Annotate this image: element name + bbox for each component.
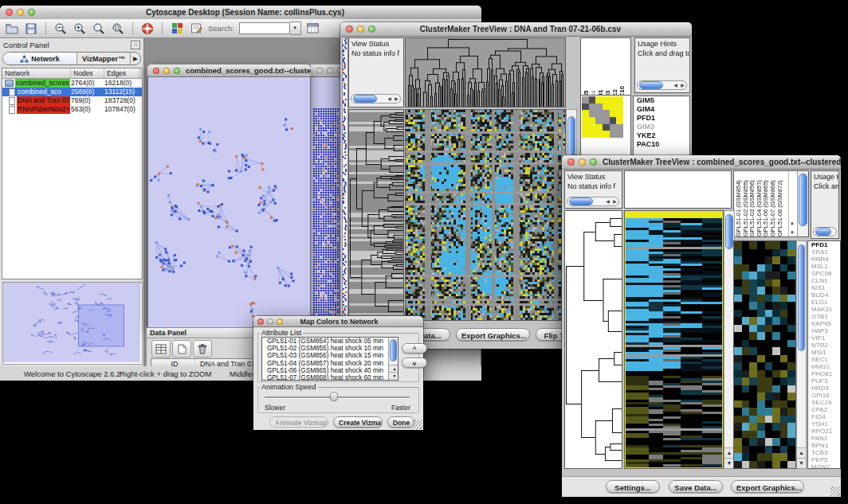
network-row[interactable]: DNA and Tran 07 769(0) 183728(0) (2, 96, 142, 105)
zoom-selected-button[interactable] (111, 21, 125, 36)
network-overview-canvas[interactable] (3, 283, 140, 362)
treeview2-titlebar[interactable]: ClusterMaker TreeView : combined_scores_… (562, 155, 841, 170)
spin-down-icon[interactable]: ▼ (790, 230, 795, 235)
tab-vizmapper[interactable]: VizMapper™ (77, 53, 131, 64)
spin-up-icon[interactable]: ▲ (790, 221, 795, 225)
scroll-thumb[interactable] (815, 228, 831, 236)
col-id[interactable]: ID (151, 359, 195, 366)
attribute-item[interactable]: GPL51-04 (GSM857) heat shock 20 min (265, 360, 391, 367)
similarity-matrix-canvas[interactable] (582, 96, 623, 138)
gene-list-item[interactable]: TCB3 (810, 449, 840, 456)
scroll-right-icon[interactable]: ▶ (393, 96, 400, 103)
gene-list-item[interactable]: PFD1 (810, 241, 840, 248)
scroll-down-icon[interactable]: ▼ (797, 458, 806, 468)
zoom-matrix-canvas[interactable] (734, 241, 795, 468)
col-network[interactable]: Network (2, 68, 71, 78)
settings-button[interactable]: Settings... (606, 480, 660, 493)
usage-hints-hscrollbar[interactable]: ◀ ▶ (637, 80, 687, 90)
scroll-thumb[interactable] (799, 174, 807, 226)
gene-list-item[interactable]: GPI16 (810, 392, 840, 399)
column-label[interactable]: GPL51-06 (GSM865) (762, 171, 769, 236)
heatmap-canvas[interactable] (406, 110, 565, 320)
tab-network[interactable]: Network (3, 53, 77, 64)
attribute-item[interactable]: GPL51-01 (GSM854) heat shock 05 min (265, 338, 391, 345)
gene-list-item[interactable]: HRD3 (810, 385, 840, 392)
gene-list-item[interactable]: YSH1 (810, 420, 840, 428)
attribute-item[interactable]: GPL51-06 (GSM865) heat shock 40 min (265, 367, 391, 374)
gene-list-item[interactable]: GIM5 (635, 96, 689, 105)
attribute-item[interactable]: GPL51-07 (GSM868) heat shock 60 min (265, 374, 391, 381)
scroll-left-icon[interactable]: ◀ (604, 198, 611, 205)
scroll-thumb[interactable] (639, 81, 663, 89)
scroll-thumb[interactable] (353, 95, 377, 103)
minimize-button[interactable] (357, 25, 364, 33)
minimize-button[interactable] (327, 68, 333, 74)
scroll-left-icon[interactable]: ◀ (386, 96, 393, 103)
scroll-up-icon[interactable]: ▲ (797, 447, 806, 458)
zoom-fit-button[interactable] (92, 21, 106, 36)
gene-list-item[interactable]: VIP1 (810, 334, 840, 342)
close-button[interactable] (257, 318, 264, 325)
attribute-vscrollbar[interactable]: ▲ ▼ (388, 338, 398, 380)
gene-list-item[interactable]: SEC24 (810, 399, 840, 406)
scroll-right-icon[interactable]: ▶ (679, 82, 686, 89)
export-graphics-button[interactable]: Export Graphics... (456, 328, 530, 341)
done-button[interactable]: Done (387, 416, 414, 428)
minimize-button[interactable] (267, 318, 273, 325)
gene-list-item[interactable]: KAP95 (810, 320, 840, 327)
gene-list-item[interactable]: RNR4 (810, 256, 840, 263)
save-session-button[interactable] (24, 21, 38, 36)
main-titlebar[interactable]: Cytoscape Desktop (Session Name: collins… (0, 6, 481, 20)
column-labels-vscrollbar[interactable] (797, 171, 808, 236)
zoom-button[interactable] (28, 9, 35, 16)
view-status-hscrollbar[interactable]: ◀ ▶ (567, 197, 619, 206)
gene-list-item[interactable]: MON2 (810, 463, 840, 469)
row-dendrogram-canvas[interactable] (349, 110, 403, 320)
gene-list-item[interactable]: PAC10 (635, 140, 689, 149)
float-panel-icon[interactable]: ◳ (131, 41, 140, 49)
close-button[interactable] (6, 9, 13, 16)
select-attributes-button[interactable] (151, 340, 171, 357)
create-attribute-button[interactable] (172, 340, 191, 357)
gene-list-item[interactable]: YRA1 (810, 248, 840, 256)
vizmapper-button[interactable] (170, 21, 184, 36)
gene-list-item[interactable]: CPA2 (810, 406, 840, 413)
move-attribute-up-button[interactable]: ^ (402, 343, 427, 354)
network-canvas[interactable] (147, 77, 311, 328)
zoom-in-button[interactable] (73, 21, 87, 36)
delete-attribute-button[interactable] (193, 340, 212, 357)
scroll-down-icon[interactable]: ▼ (389, 372, 398, 380)
column-label[interactable]: GPL51-08 (GSM872) (776, 171, 783, 236)
dialog-titlebar[interactable]: Map Colors to Network (253, 316, 423, 327)
gene-list-item[interactable]: GIM3 (635, 123, 689, 131)
gene-list-item[interactable]: GTB1 (810, 313, 840, 320)
save-data-button[interactable]: Save Data... (669, 480, 723, 493)
zoom-matrix-vscrollbar[interactable]: ▲ ▼ (796, 240, 807, 469)
zoom-button[interactable] (277, 318, 283, 325)
scroll-left-icon[interactable]: ◀ (672, 82, 679, 89)
minimize-button[interactable] (163, 68, 170, 74)
gene-list-item[interactable]: HAP3 (810, 327, 840, 334)
network-row[interactable]: RNAPuberNov2+ 563(0) 107847(0) (2, 105, 142, 114)
treeview1-titlebar[interactable]: ClusterMaker TreeView : DNA and Tran 07-… (340, 22, 692, 37)
gene-list-item[interactable]: PEP5 (810, 456, 840, 463)
column-label[interactable]: GPL51-02 (GSM855) (742, 171, 749, 236)
resize-grip[interactable] (830, 486, 840, 496)
gene-list-item[interactable]: ELG1 (810, 299, 840, 306)
gene-list-item[interactable]: BUD4 (810, 291, 840, 299)
row-dendrogram-canvas[interactable] (565, 211, 622, 468)
gene-list-item[interactable]: CLN1 (810, 277, 840, 284)
network-row[interactable]: combined_scores 2764(0) 16218(0) (2, 79, 142, 88)
move-attribute-down-button[interactable]: v (402, 357, 427, 368)
attribute-browser-button[interactable] (306, 21, 320, 36)
gene-list-item[interactable]: FIG4 (810, 413, 840, 420)
gene-list-item[interactable]: NTR2 (810, 342, 840, 349)
gene-list-item[interactable]: GIM4 (635, 105, 689, 114)
column-label[interactable]: GPL51-07 (GSM868) (769, 171, 776, 236)
gene-list-item[interactable]: MSL1 (810, 263, 840, 270)
open-session-button[interactable] (5, 21, 19, 36)
gene-list-item[interactable]: NIS1 (810, 284, 840, 291)
create-vizmap-button[interactable]: Create Vizmap (333, 416, 383, 428)
zoom-out-button[interactable] (53, 21, 68, 36)
scroll-thumb[interactable] (569, 197, 593, 205)
